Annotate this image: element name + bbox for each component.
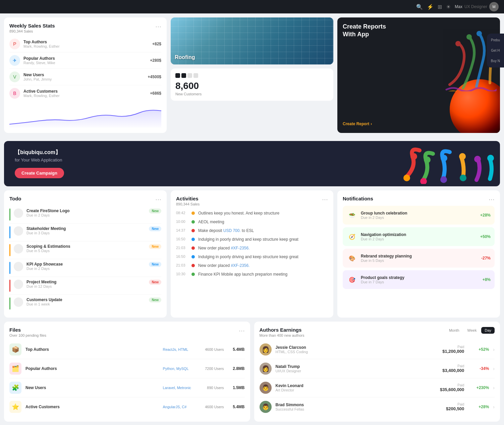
settings-icon[interactable]: ☀ (446, 4, 451, 10)
todo-bar (9, 262, 10, 274)
filter-icon[interactable]: ⚡ (427, 4, 434, 10)
notification-icon: 🥗 (347, 210, 357, 221)
period-tab-week[interactable]: Week (464, 327, 480, 334)
stat-item: V New Users John, Pat, Jimmy +4500$ (9, 69, 161, 85)
period-tab-day[interactable]: Day (481, 327, 495, 334)
file-icon: 🗂️ (9, 363, 21, 375)
sales-chart (9, 104, 161, 128)
activity-time: 16:50 (176, 237, 188, 241)
notification-name: Navigation optimization (361, 232, 477, 237)
svg-point-4 (410, 153, 417, 160)
author-row: 👩 Natali Trump UI/UX Designer Paid $3,40… (260, 359, 495, 378)
todo-info: Scoping & Estimations Due in 5 Days (26, 244, 146, 253)
todo-menu[interactable]: ⋯ (155, 196, 161, 203)
new-customers-label: New Customers (175, 92, 329, 96)
avatar: M (489, 2, 499, 11)
author-info: Kevin Leonard Art Director (276, 383, 436, 392)
author-info: Brad Simmons Successful Fellas (276, 403, 442, 411)
chevron-right-icon[interactable]: › (493, 385, 495, 390)
stat-sub: John, Pat, Jimmy (23, 77, 145, 81)
stat-sub: Mark, Rowling, Esther (23, 94, 147, 98)
author-name: Kevin Leonard (276, 383, 436, 388)
todo-badge: New (149, 244, 161, 249)
side-panel-item-3[interactable]: Buy N (489, 57, 502, 65)
stat-value: +4500$ (148, 75, 161, 79)
author-name: Natali Trump (276, 364, 439, 369)
stat-name: Active Customers (23, 89, 147, 94)
files-menu[interactable]: ⋯ (239, 327, 245, 334)
todo-avatar (14, 280, 23, 289)
activity-text: New order placed #XF-2356. (198, 246, 328, 250)
stat-icon: B (9, 88, 20, 99)
todo-item: KPI App Showcase Due in 2 Days New (9, 259, 161, 277)
activity-link[interactable]: USD 700. (223, 228, 241, 233)
stat-value: +686$ (150, 91, 161, 96)
chevron-right-icon[interactable]: › (493, 404, 495, 410)
author-info: Jessie Clarcson HTML, CSS Coding (276, 345, 439, 354)
period-tab-month[interactable]: Month (446, 327, 463, 334)
stat-icon: P (9, 39, 20, 49)
notification-value: +8% (483, 277, 491, 282)
todo-avatar (14, 244, 23, 253)
notification-name: Rebrand strategy planning (361, 254, 478, 258)
search-icon[interactable]: 🔍 (416, 4, 423, 10)
notifications-menu[interactable]: ⋯ (489, 196, 495, 203)
side-panel-item-2[interactable]: Get H (489, 47, 502, 54)
activity-text: Make deposit USD 700. to ESL (198, 228, 328, 233)
stat-value: +82$ (152, 42, 161, 46)
svg-point-12 (440, 176, 447, 183)
notifications-title: Notifications (343, 196, 373, 201)
activities-menu[interactable]: ⋯ (322, 196, 328, 203)
file-users: 4600 Users (201, 405, 224, 409)
author-change: +230% (472, 385, 489, 390)
todo-due: Due in 2 Days (26, 213, 146, 217)
top-navigation: 🔍 ⚡ ⊞ ☀ Max UX Designer M (0, 0, 504, 13)
activity-time: 21:03 (176, 246, 188, 250)
weekly-sales-menu[interactable]: ⋯ (155, 23, 161, 30)
stat-name: New Users (23, 73, 145, 77)
create-report-link[interactable]: Create Report › (343, 122, 372, 126)
todo-info: Project Meeting Due in 12 Days (26, 280, 146, 288)
file-size: 1.5MB (228, 385, 245, 390)
activity-item: 16:50 Indulging in poorly driving and ke… (176, 235, 328, 244)
side-panel-item[interactable]: Prebu (489, 36, 502, 44)
stat-name: Popular Authors (23, 56, 147, 61)
author-paid-label: Paid (442, 364, 464, 368)
create-campaign-button[interactable]: Create Campaign (15, 168, 64, 178)
activity-link[interactable]: #XF-2356. (231, 246, 249, 250)
files-authors-grid: Files Over 100 pending files ⋯ 📦 Top Aut… (0, 322, 504, 425)
todo-due: Due in 12 Days (26, 284, 146, 288)
chevron-right-icon[interactable]: › (493, 366, 495, 371)
author-role: UI/UX Designer (276, 369, 439, 373)
activity-time: 10:00 (176, 220, 188, 224)
notification-item: 🎨 Rebrand strategy planning Due in 5 Day… (343, 249, 495, 268)
activity-text: Outlines keep you honest. And keep struc… (198, 211, 328, 216)
author-change: +52% (472, 347, 489, 352)
author-items-container: 👩 Jessie Clarcson HTML, CSS Coding Paid … (260, 340, 495, 416)
activity-dot (191, 264, 195, 267)
file-users: 890 Users (201, 386, 224, 390)
notification-info: Navigation optimization Due in 2 Days (361, 232, 477, 241)
activity-item: 21:03 New order placed #XF-2356. (176, 244, 328, 252)
notification-name: Product goals strategy (361, 275, 479, 280)
todo-info: Customers Update Due in 1 week (26, 297, 146, 306)
notification-icon: 🧭 (347, 231, 357, 242)
new-customers-number: 8,600 (175, 81, 329, 91)
grid-icon[interactable]: ⊞ (438, 4, 442, 10)
file-name: Active Customers (25, 405, 159, 409)
stat-info: Active Customers Mark, Rowling, Esther (23, 89, 147, 98)
author-paid-label: Paid (442, 345, 464, 349)
author-avatar: 👩 (260, 343, 272, 356)
todo-due: Due in 3 Days (26, 231, 146, 235)
todo-item: Stakeholder Meeting Due in 3 Days New (9, 224, 161, 241)
author-earnings: Paid $200,500 (446, 403, 464, 411)
author-info: Natali Trump UI/UX Designer (276, 364, 439, 373)
activity-dot (191, 246, 195, 250)
author-row: 👩 Jessie Clarcson HTML, CSS Coding Paid … (260, 340, 495, 359)
weekly-sales-title: Weekly Sales Stats (9, 23, 55, 29)
todo-card: Todo ⋯ Create FireStone Logo Due in 2 Da… (4, 190, 167, 318)
chevron-right-icon[interactable]: › (493, 347, 495, 352)
notification-item: 🎯 Product goals strategy Due in 7 Days +… (343, 270, 495, 289)
activity-link[interactable]: #XF-2356. (231, 263, 249, 268)
svg-point-1 (466, 34, 472, 40)
